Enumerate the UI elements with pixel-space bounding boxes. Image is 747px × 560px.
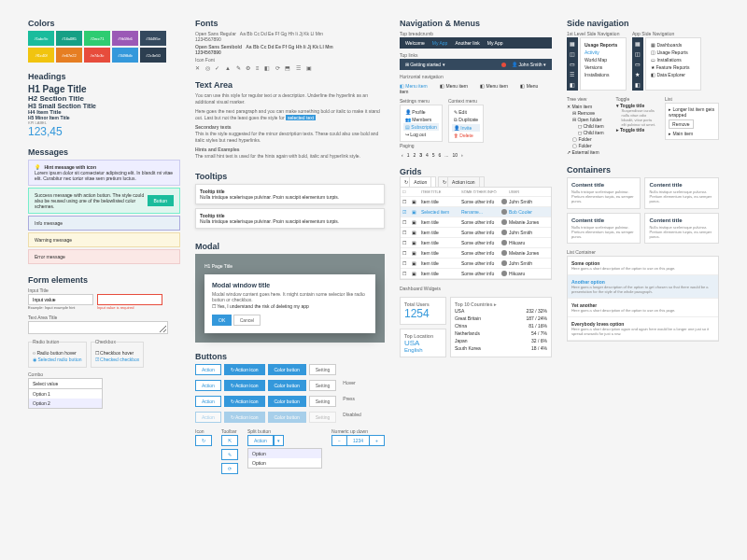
- user-menu[interactable]: 👤 John Smith ▾: [512, 62, 546, 67]
- table-row[interactable]: ☐▣Item titleSome other infoMelanie Jones: [401, 248, 551, 259]
- toolbar-button[interactable]: ⟳: [221, 463, 238, 474]
- menu-item[interactable]: ▤ Subscription: [403, 123, 439, 131]
- tree-item[interactable]: ◻ Child item: [567, 130, 609, 136]
- table-row[interactable]: ☐▣Item titleSome other infoMelanie Jones: [401, 217, 551, 228]
- rail-icon[interactable]: ◧: [570, 81, 575, 88]
- combo-option[interactable]: Option 2: [29, 399, 102, 408]
- tree-item[interactable]: ⊟ Remove: [567, 110, 609, 117]
- combo-option[interactable]: Option 1: [29, 389, 102, 399]
- split-button[interactable]: Action: [247, 435, 274, 446]
- nav-item[interactable]: ◧ Menu item: [480, 83, 514, 89]
- toolbar-button[interactable]: ⇱: [221, 435, 238, 446]
- action-button[interactable]: Action icon: [224, 396, 265, 407]
- nav-link[interactable]: ★ Feature Reports: [649, 63, 698, 71]
- textarea-input[interactable]: [28, 321, 168, 334]
- menu-item[interactable]: 👥 Members: [403, 116, 439, 123]
- grid-tab[interactable]: ↻ Action: [400, 176, 436, 187]
- action-button[interactable]: Setting: [309, 412, 337, 423]
- menu-item[interactable]: ↪ Log out: [403, 131, 439, 138]
- split-caret[interactable]: ▾: [274, 435, 284, 446]
- tree-item[interactable]: ✕ Main item: [567, 104, 609, 110]
- split-option[interactable]: Option: [248, 458, 321, 468]
- text-input[interactable]: [28, 294, 93, 305]
- nav-link[interactable]: ◫ Usage Reports: [649, 49, 698, 56]
- nav-link[interactable]: Versions: [584, 63, 623, 71]
- list-option[interactable]: Everybody loves optionHere goes a short …: [568, 317, 718, 341]
- rail-icon[interactable]: ▭: [635, 61, 641, 67]
- table-row[interactable]: ☑▣Selected itemRename...Bob Cooler: [401, 207, 551, 217]
- rail-icon[interactable]: ★: [635, 71, 640, 77]
- list-item[interactable]: ▸ Main item: [669, 131, 715, 136]
- tree-item[interactable]: ▢ Folder: [567, 136, 609, 143]
- content-card[interactable]: Content titleNulla tristique scelerisque…: [644, 213, 719, 245]
- tree-item[interactable]: ▢ Folder: [567, 143, 609, 149]
- nav-link[interactable]: Activity: [584, 49, 623, 56]
- icon-button[interactable]: ↻: [195, 435, 212, 446]
- action-button[interactable]: Setting: [309, 364, 337, 375]
- content-card[interactable]: Content titleNulla tristique scelerisque…: [567, 177, 641, 209]
- radio-option[interactable]: ○ Radio button hover: [33, 350, 82, 356]
- grid-tab[interactable]: ↻ Action icon: [438, 176, 485, 187]
- content-card[interactable]: Content titleNulla tristique scelerisque…: [567, 213, 641, 245]
- tree-item[interactable]: ◻ Child item: [567, 123, 609, 130]
- table-row[interactable]: ☐▣Item titleSome other infoJohn Smith: [401, 228, 551, 238]
- checkbox-option[interactable]: ☐ Checkbox hover: [95, 350, 140, 356]
- list-item[interactable]: ▸ Longer list item gets wrapped: [669, 106, 715, 118]
- action-button[interactable]: Action: [195, 380, 221, 391]
- table-row[interactable]: ☐▣Item titleSome other infoHikoaru: [401, 269, 551, 279]
- message-action-button[interactable]: Button: [148, 195, 174, 206]
- action-button[interactable]: Color button: [268, 380, 306, 391]
- ok-button[interactable]: OK: [212, 315, 232, 326]
- table-row[interactable]: ☐▣Item titleSome other infoJohn Smith: [401, 259, 551, 269]
- stepper-down[interactable]: −: [331, 435, 347, 446]
- action-button[interactable]: Color button: [268, 412, 306, 423]
- rail-icon[interactable]: ☰: [570, 71, 574, 77]
- menu-item[interactable]: 👤 Invite: [452, 124, 480, 132]
- rail-icon[interactable]: ◫: [570, 50, 575, 57]
- rail-icon[interactable]: ▭: [570, 61, 575, 67]
- tree-item[interactable]: ↗ External item: [567, 149, 609, 156]
- stepper-up[interactable]: +: [369, 435, 385, 446]
- radio-option-selected[interactable]: ◉ Selected radio button: [33, 357, 82, 362]
- menu-item[interactable]: 👤 Profile: [403, 108, 439, 116]
- action-button[interactable]: Action: [195, 364, 221, 375]
- list-item[interactable]: Remove: [669, 119, 694, 129]
- menu-item[interactable]: ✎ Edit: [452, 108, 480, 116]
- checkbox-option-checked[interactable]: ☑ Checked checkbox: [95, 357, 140, 362]
- action-button[interactable]: Action icon: [224, 412, 265, 423]
- rail-icon[interactable]: ◫: [635, 50, 641, 57]
- rail-icon[interactable]: ▦: [635, 40, 641, 47]
- nav-link[interactable]: World Map: [584, 56, 623, 63]
- action-button[interactable]: Action: [195, 396, 221, 407]
- tree-item[interactable]: ⊟ Open folder: [567, 117, 609, 123]
- modal-checkbox[interactable]: ☐ Yes, I understand the risk of deleting…: [212, 303, 368, 309]
- table-row[interactable]: ☐▣Item titleSome other infoHikoaru: [401, 238, 551, 248]
- text-input-error[interactable]: [97, 294, 162, 305]
- combo-select[interactable]: Select value Option 1 Option 2: [28, 378, 103, 409]
- action-button[interactable]: Action icon: [224, 364, 265, 375]
- table-row[interactable]: ☐▣Item titleSome other infoJohn Smith: [401, 197, 551, 207]
- menu-item-delete[interactable]: 🗑 Delete: [452, 132, 480, 139]
- menu-item[interactable]: ⧉ Duplicate: [452, 116, 480, 124]
- action-button[interactable]: Setting: [309, 396, 337, 407]
- content-card[interactable]: Content titleNulla tristique scelerisque…: [644, 177, 719, 209]
- action-button[interactable]: Color button: [268, 396, 306, 407]
- nav-item[interactable]: ◧ Menu item: [440, 83, 473, 89]
- nav-link[interactable]: ▦ Dashboards: [649, 41, 698, 49]
- split-option[interactable]: Option: [248, 449, 321, 458]
- rail-icon[interactable]: ▦: [570, 40, 575, 47]
- action-button[interactable]: Setting: [309, 380, 337, 391]
- action-button[interactable]: Action: [195, 412, 221, 423]
- list-option[interactable]: Some optionHere goes a short description…: [568, 257, 718, 275]
- cancel-button[interactable]: Cancel: [233, 315, 261, 326]
- list-option[interactable]: Another optionHere goes a longer descrip…: [568, 275, 718, 299]
- rail-icon[interactable]: ◧: [635, 81, 641, 88]
- toolbar-button[interactable]: ✎: [221, 449, 238, 460]
- action-button[interactable]: Action icon: [224, 380, 265, 391]
- toggle-item[interactable]: ▸ Toggle title: [616, 127, 658, 133]
- action-button[interactable]: Color button: [268, 364, 306, 375]
- nav-link[interactable]: ▭ Installations: [649, 56, 698, 63]
- list-option[interactable]: Yet anotherHere goes a short description…: [568, 299, 718, 317]
- nav-link[interactable]: Installations: [584, 71, 623, 78]
- notification-dot-icon[interactable]: [501, 63, 506, 67]
